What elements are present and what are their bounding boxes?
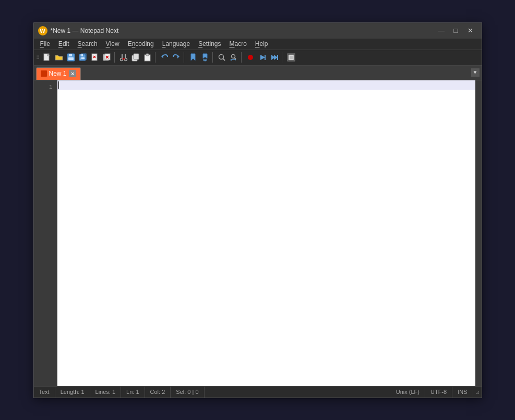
svg-marker-31 <box>260 55 265 60</box>
maximize-button[interactable]: □ <box>449 26 463 36</box>
tab-scroll-button[interactable]: ▼ <box>471 68 480 77</box>
svg-point-27 <box>231 55 235 58</box>
editor-cursor <box>58 81 59 89</box>
svg-line-26 <box>223 59 225 61</box>
status-bar: Text Length: 1 Lines: 1 Ln: 1 Col: 2 Sel… <box>34 386 482 398</box>
tabs-bar: New 1 ✕ ▼ <box>34 66 482 80</box>
title-bar-left: W *New 1 — Notepad Next <box>38 26 119 35</box>
line-number-1: 1 <box>38 82 53 92</box>
toolbar-sep-3 <box>184 52 186 63</box>
status-col: Col: 2 <box>145 387 171 398</box>
minimize-button[interactable]: — <box>435 26 448 36</box>
svg-point-25 <box>219 55 223 59</box>
toolbar-save-button[interactable] <box>65 52 77 63</box>
toolbar-fullscreen-button[interactable] <box>285 52 297 63</box>
toolbar-open-button[interactable] <box>53 52 65 63</box>
toolbar-new-button[interactable] <box>41 52 53 63</box>
editor-content[interactable] <box>57 80 475 386</box>
toolbar-run-macro-multi-button[interactable] <box>269 52 280 63</box>
toolbar-record-macro-button[interactable] <box>245 52 256 63</box>
resize-grip[interactable]: ⊿ <box>473 388 482 396</box>
toolbar-sep-6 <box>282 52 284 63</box>
menu-settings[interactable]: Settings <box>194 39 225 50</box>
toolbar-drag-handle: ⠿ <box>36 55 40 61</box>
status-mode: INS <box>452 387 473 398</box>
app-icon: W <box>38 26 47 35</box>
toolbar-find-button[interactable] <box>216 52 227 63</box>
svg-point-30 <box>248 55 253 60</box>
menu-file[interactable]: File <box>36 39 54 50</box>
title-bar-controls: — □ ✕ <box>435 26 477 36</box>
toolbar: ⠿ <box>34 50 482 66</box>
svg-rect-18 <box>134 54 139 59</box>
status-ln: Ln: 1 <box>121 387 145 398</box>
window-title: *New 1 — Notepad Next <box>51 27 119 34</box>
title-bar: W *New 1 — Notepad Next — □ ✕ <box>34 23 482 39</box>
svg-rect-3 <box>68 57 74 60</box>
toolbar-replace-button[interactable] <box>228 52 239 63</box>
status-encoding: UTF-8 <box>425 387 452 398</box>
toolbar-sep-1 <box>114 52 116 63</box>
main-window: W *New 1 — Notepad Next — □ ✕ File Edit … <box>33 22 482 398</box>
toolbar-cut-button[interactable] <box>118 52 129 63</box>
menu-language[interactable]: Language <box>158 39 194 50</box>
toolbar-save-all-button[interactable] <box>77 52 89 63</box>
tab-close-button[interactable]: ✕ <box>69 70 76 77</box>
toolbar-bookmark-button[interactable] <box>187 52 199 63</box>
tab-file-icon <box>41 70 47 77</box>
menu-help[interactable]: Help <box>251 39 272 50</box>
line-numbers: 1 <box>34 80 57 386</box>
close-button[interactable]: ✕ <box>464 26 477 36</box>
menu-macro[interactable]: Macro <box>225 39 251 50</box>
toolbar-redo-button[interactable] <box>171 52 182 63</box>
toolbar-paste-button[interactable] <box>142 52 153 63</box>
tab-scroll-controls: ▼ <box>471 65 482 80</box>
menu-edit[interactable]: Edit <box>54 39 74 50</box>
svg-rect-2 <box>69 54 72 56</box>
menu-encoding[interactable]: Encoding <box>124 39 158 50</box>
menu-view[interactable]: View <box>102 39 124 50</box>
toolbar-undo-button[interactable] <box>159 52 170 63</box>
menu-bar: File Edit Search View Encoding Language … <box>34 39 482 50</box>
toolbar-sep-4 <box>212 52 214 63</box>
svg-line-28 <box>234 58 236 59</box>
toolbar-close-all-button[interactable] <box>101 52 113 63</box>
status-eol: Unix (LF) <box>391 387 425 398</box>
svg-rect-38 <box>290 56 293 59</box>
toolbar-sep-5 <box>241 52 243 63</box>
status-type: Text <box>34 387 55 398</box>
tab-new1[interactable]: New 1 ✕ <box>36 67 81 80</box>
editor-area: 1 <box>34 80 482 386</box>
toolbar-close-button[interactable] <box>89 52 101 63</box>
editor-current-line-highlight <box>57 80 475 90</box>
toolbar-run-macro-button[interactable] <box>257 52 268 63</box>
toolbar-sep-2 <box>155 52 157 63</box>
svg-marker-34 <box>274 55 278 60</box>
svg-rect-20 <box>146 54 149 56</box>
status-lines: Lines: 1 <box>90 387 122 398</box>
toolbar-next-bookmark-button[interactable] <box>199 52 211 63</box>
status-length: Length: 1 <box>55 387 90 398</box>
editor-scrollbar-vertical[interactable] <box>475 80 482 386</box>
status-sel: Sel: 0 | 0 <box>171 387 204 398</box>
tab-label: New 1 <box>49 70 67 77</box>
menu-search[interactable]: Search <box>74 39 102 50</box>
toolbar-copy-button[interactable] <box>130 52 141 63</box>
